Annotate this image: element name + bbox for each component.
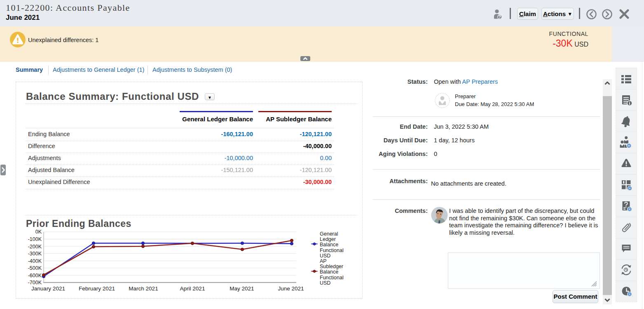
- svg-text:-600K: -600K: [28, 273, 42, 278]
- svg-text:March 2021: March 2021: [129, 285, 158, 292]
- svg-text:Functional: Functional: [320, 275, 344, 281]
- svg-text:Balance: Balance: [320, 242, 338, 248]
- svg-text:-700K: -700K: [28, 280, 42, 285]
- svg-text:-400K: -400K: [28, 258, 42, 264]
- svg-text:USD: USD: [320, 280, 330, 286]
- svg-text:January 2021: January 2021: [31, 285, 65, 292]
- svg-text:-100K: -100K: [28, 236, 42, 242]
- svg-text:USD: USD: [320, 253, 330, 259]
- svg-text:-300K: -300K: [28, 251, 42, 257]
- svg-text:May 2021: May 2021: [229, 285, 254, 292]
- svg-text:Functional: Functional: [320, 248, 344, 253]
- svg-text:0K: 0K: [35, 229, 42, 235]
- svg-text:June 2021: June 2021: [278, 285, 304, 292]
- svg-text:General: General: [320, 231, 338, 237]
- svg-text:April 2021: April 2021: [180, 285, 205, 292]
- svg-text:Ledger: Ledger: [320, 236, 336, 242]
- svg-text:Subledger: Subledger: [320, 264, 343, 269]
- svg-text:-200K: -200K: [28, 244, 42, 250]
- svg-text:Balance: Balance: [320, 269, 338, 275]
- svg-text:-500K: -500K: [28, 265, 42, 271]
- svg-text:AP: AP: [320, 258, 327, 264]
- svg-text:February 2021: February 2021: [79, 285, 115, 292]
